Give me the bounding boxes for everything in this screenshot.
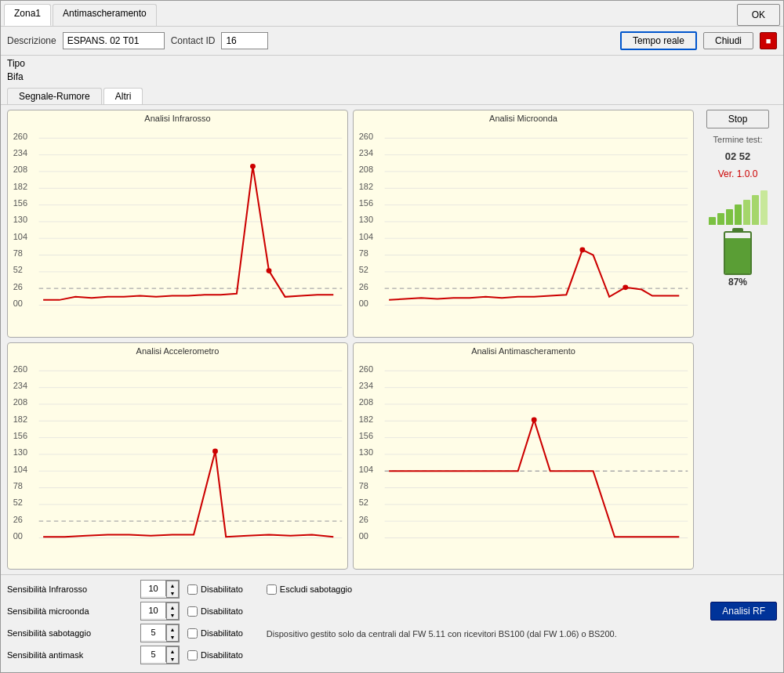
disabilitato-sabotaggio-label: Disabilitato [201,628,243,638]
signal-bar-1 [709,217,716,225]
test-time-value: 02 52 [725,150,751,162]
svg-text:00: 00 [13,530,23,540]
sens-microonda-input[interactable] [141,602,166,618]
svg-text:78: 78 [359,248,368,258]
chart-accelerometro: Analisi Accelerometro 260 234 208 182 15… [7,342,348,570]
ok-button[interactable]: OK [737,4,780,26]
svg-text:52: 52 [359,498,368,507]
right-panel: Stop Termine test: 02 52 Ver. 1.0.0 87% [699,110,777,570]
svg-text:52: 52 [13,265,23,274]
svg-text:182: 182 [13,414,27,423]
tipo-label: Tipo [7,58,25,69]
svg-text:52: 52 [13,498,23,507]
termine-test-label: Termine test: [713,135,763,144]
disabilitato-microonda-check[interactable]: Disabilitato [187,606,243,617]
disabilitato-infrarosso-check[interactable]: Disabilitato [187,584,243,595]
svg-text:78: 78 [13,481,23,490]
disabilitato-infrarosso-label: Disabilitato [201,584,243,594]
sens-antimask-input[interactable] [141,646,166,662]
sens-infrarosso-input[interactable] [141,581,166,596]
close-red-button[interactable]: ■ [760,32,777,49]
disabilitato-antimask-checkbox[interactable] [187,650,198,660]
descrizione-input[interactable] [63,32,165,49]
tempo-reale-button[interactable]: Tempo reale [620,31,697,50]
sens-microonda-down[interactable]: ▼ [167,611,178,619]
sens-infrarosso-down[interactable]: ▼ [167,589,178,597]
contact-id-label: Contact ID [171,35,216,46]
sens-infrarosso-spingroup[interactable]: ▲ ▼ [140,580,180,599]
svg-text:104: 104 [13,464,27,473]
sens-sabotaggio-down[interactable]: ▼ [167,633,178,641]
sens-antimask-up[interactable]: ▲ [167,647,178,655]
svg-text:208: 208 [359,397,373,407]
disabilitato-microonda-checkbox[interactable] [187,606,198,617]
svg-text:182: 182 [359,414,373,423]
stop-button[interactable]: Stop [706,110,769,128]
signal-bar-2 [717,213,724,225]
escludi-sabotaggio-check[interactable]: Escludi sabotaggio [267,584,352,595]
svg-text:104: 104 [359,464,373,473]
tab-segnale-rumore[interactable]: Segnale-Rumore [7,88,102,104]
battery-fill [725,238,750,273]
escludi-sabotaggio-checkbox[interactable] [267,584,277,595]
tab-altri[interactable]: Altri [103,88,143,104]
contact-id-input[interactable] [221,32,268,49]
svg-text:78: 78 [13,248,23,258]
disabilitato-sabotaggio-checkbox[interactable] [187,628,198,639]
sens-infrarosso-label: Sensibilità Infrarosso [7,584,132,594]
svg-text:130: 130 [13,215,27,224]
svg-text:234: 234 [13,148,27,157]
svg-text:156: 156 [359,431,373,440]
svg-point-70 [212,448,218,454]
svg-text:26: 26 [359,282,368,291]
svg-text:182: 182 [359,182,373,191]
svg-text:234: 234 [13,381,27,390]
svg-text:260: 260 [13,364,27,373]
tab-zona1[interactable]: Zona1 [4,4,51,26]
svg-text:78: 78 [359,481,368,490]
signal-bars [709,186,768,225]
battery-icon [724,231,752,275]
sens-antimask-spingroup[interactable]: ▲ ▼ [140,646,180,664]
sens-sabotaggio-spingroup[interactable]: ▲ ▼ [140,624,180,642]
sens-infrarosso-up[interactable]: ▲ [167,581,178,589]
sens-sabotaggio-up[interactable]: ▲ [167,625,178,633]
svg-text:26: 26 [359,514,368,523]
svg-text:00: 00 [359,299,368,308]
battery-percentage: 87% [728,277,747,288]
svg-text:208: 208 [13,397,27,407]
bottom-info-text: Dispositivo gestito solo da centrali dal… [267,629,617,639]
signal-bar-4 [735,204,742,225]
disabilitato-antimask-label: Disabilitato [201,650,243,660]
disabilitato-antimask-check[interactable]: Disabilitato [187,650,243,660]
svg-text:104: 104 [13,232,27,241]
svg-text:260: 260 [359,364,373,373]
chart-infrarosso: Analisi Infrarosso 260 234 208 182 156 1… [7,110,348,338]
sens-microonda-spingroup[interactable]: ▲ ▼ [140,602,180,621]
analisi-rf-button[interactable]: Analisi RF [710,602,777,621]
bifa-label: Bifa [7,71,24,82]
sens-microonda-up[interactable]: ▲ [167,603,178,611]
disabilitato-infrarosso-checkbox[interactable] [187,584,198,595]
disabilitato-sabotaggio-check[interactable]: Disabilitato [187,628,243,639]
svg-text:00: 00 [13,299,23,308]
svg-text:156: 156 [13,431,27,440]
svg-point-47 [622,285,628,291]
sens-sabotaggio-input[interactable] [141,624,166,640]
chart-microonda: Analisi Microonda 260 234 208 182 156 13… [353,110,694,338]
svg-text:234: 234 [359,381,373,390]
svg-point-22 [250,164,256,169]
chiudi-button[interactable]: Chiudi [703,32,753,49]
svg-text:130: 130 [13,447,27,457]
signal-bar-3 [726,209,733,225]
chart-accelerometro-title: Analisi Accelerometro [136,346,220,356]
sens-antimask-down[interactable]: ▼ [167,655,178,663]
svg-text:208: 208 [359,165,373,174]
chart-antimascheramento: Analisi Antimascheramento 260 234 208 18… [353,342,694,570]
svg-text:130: 130 [359,447,373,457]
chart-infrarosso-title: Analisi Infrarosso [144,114,210,123]
svg-text:104: 104 [359,232,373,241]
svg-point-23 [267,268,272,273]
descrizione-label: Descrizione [7,35,56,46]
tab-antimascheramento[interactable]: Antimascheramento [53,4,157,26]
